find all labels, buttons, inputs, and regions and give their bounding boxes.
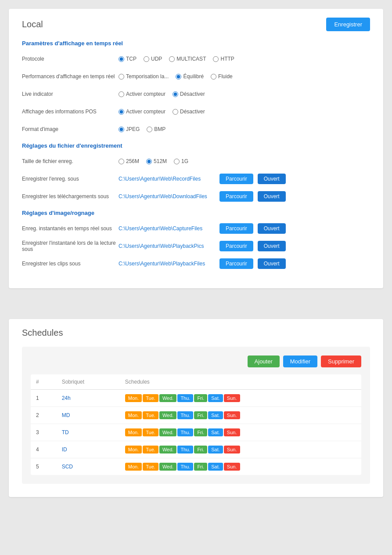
day-badge: Mon. bbox=[125, 394, 142, 402]
row-days: Mon.Tue.Wed.Thu.Fri.Sat.Sun. bbox=[120, 390, 361, 407]
day-badge: Sat. bbox=[208, 446, 223, 453]
table-row[interactable]: 5SCDMon.Tue.Wed.Thu.Fri.Sat.Sun. bbox=[31, 458, 361, 475]
day-badge: Mon. bbox=[125, 411, 142, 419]
local-title: Local bbox=[22, 19, 43, 29]
protocole-tcp[interactable]: TCP bbox=[119, 56, 137, 62]
modifier-button[interactable]: Modifier bbox=[283, 355, 317, 367]
clips-open-button[interactable]: Ouvert bbox=[258, 258, 286, 269]
day-badge: Fri. bbox=[194, 411, 207, 419]
enreg-sous-open-button[interactable]: Ouvert bbox=[258, 174, 286, 184]
save-button[interactable]: Enregistrer bbox=[326, 18, 370, 31]
row-days: Mon.Tue.Wed.Thu.Fri.Sat.Sun. bbox=[120, 424, 361, 441]
schedules-table: # Sobriquet Schedules 124hMon.Tue.Wed.Th… bbox=[31, 374, 361, 475]
instantanes-reel-path-row: C:\Users\Agentur\Web\CaptureFiles Parcou… bbox=[119, 223, 286, 234]
clips-label: Enregistrer les clips sous bbox=[22, 261, 119, 267]
day-badge: Wed. bbox=[159, 446, 176, 453]
taille-256[interactable]: 256M bbox=[119, 158, 139, 164]
day-badge: Wed. bbox=[159, 463, 176, 471]
instantane-lecture-path: C:\Users\Agentur\Web\PlaybackPics bbox=[119, 243, 215, 249]
format-jpeg[interactable]: JPEG bbox=[119, 126, 140, 132]
instantane-lecture-label: Enregistrer l'instantané lors de la lect… bbox=[22, 240, 119, 252]
telechargements-row: Enregistrer les téléchargements sous C:\… bbox=[22, 190, 370, 203]
row-days: Mon.Tue.Wed.Thu.Fri.Sat.Sun. bbox=[120, 407, 361, 424]
taille-row: Taille de fichier enreg. 256M 512M 1G bbox=[22, 155, 370, 167]
row-number: 3 bbox=[31, 424, 57, 441]
day-badge: Tue. bbox=[143, 446, 158, 453]
day-badge: Mon. bbox=[125, 428, 142, 436]
day-badge: Sun. bbox=[224, 446, 240, 453]
affichage-pos-label: Affichage des informations POS bbox=[22, 109, 119, 115]
day-badge: Tue. bbox=[143, 428, 158, 436]
live-indicator-controls: Activer compteur Désactiver bbox=[119, 91, 205, 97]
protocole-multicast[interactable]: MULTICAST bbox=[169, 56, 206, 62]
enreg-sous-path: C:\Users\Agentur\Web\RecordFiles bbox=[119, 176, 215, 182]
instantanes-reel-path: C:\Users\Agentur\Web\CaptureFiles bbox=[119, 225, 215, 232]
row-number: 1 bbox=[31, 390, 57, 407]
row-sobriquet: 24h bbox=[57, 390, 120, 407]
performances-label: Performances d'affichage en temps réel bbox=[22, 73, 119, 80]
day-badge: Tue. bbox=[143, 463, 158, 471]
supprimer-button[interactable]: Supprimer bbox=[321, 355, 361, 367]
instantane-lecture-browse-button[interactable]: Parcourir bbox=[219, 241, 253, 251]
enreg-sous-row: Enregistrer l'enreg. sous C:\Users\Agent… bbox=[22, 173, 370, 185]
day-badge: Tue. bbox=[143, 411, 158, 419]
enreg-sous-path-row: C:\Users\Agentur\Web\RecordFiles Parcour… bbox=[119, 174, 286, 184]
protocole-udp[interactable]: UDP bbox=[144, 56, 162, 62]
row-sobriquet: SCD bbox=[57, 458, 120, 475]
table-row[interactable]: 3TDMon.Tue.Wed.Thu.Fri.Sat.Sun. bbox=[31, 424, 361, 441]
performances-row: Performances d'affichage en temps réel T… bbox=[22, 70, 370, 83]
schedules-card: Schedules Ajouter Modifier Supprimer # S… bbox=[9, 319, 383, 497]
col-number: # bbox=[31, 374, 57, 390]
format-bmp[interactable]: BMP bbox=[147, 126, 165, 132]
instantane-lecture-open-button[interactable]: Ouvert bbox=[258, 241, 286, 251]
telechargements-path-row: C:\Users\Agentur\Web\DownloadFiles Parco… bbox=[119, 191, 286, 202]
protocole-label: Protocole bbox=[22, 56, 119, 62]
image-section-title: Réglages d'image/rognage bbox=[22, 210, 370, 216]
perf-temporisation[interactable]: Temporisation la... bbox=[119, 73, 169, 80]
realtime-section-title: Paramètres d'affichage en temps réel bbox=[22, 40, 370, 47]
clips-path: C:\Users\Agentur\Web\PlaybackFiles bbox=[119, 261, 215, 267]
performances-controls: Temporisation la... Équilibré Fluide bbox=[119, 73, 233, 80]
live-desactiver[interactable]: Désactiver bbox=[173, 91, 205, 97]
row-number: 2 bbox=[31, 407, 57, 424]
live-indicator-label: Live indicator bbox=[22, 91, 119, 97]
taille-512[interactable]: 512M bbox=[146, 158, 167, 164]
day-badge: Sun. bbox=[224, 463, 240, 471]
protocole-http[interactable]: HTTP bbox=[213, 56, 234, 62]
day-badge: Mon. bbox=[125, 463, 142, 471]
perf-fluide[interactable]: Fluide bbox=[211, 73, 233, 80]
pos-activer[interactable]: Activer compteur bbox=[119, 109, 165, 115]
row-days: Mon.Tue.Wed.Thu.Fri.Sat.Sun. bbox=[120, 441, 361, 458]
col-sobriquet: Sobriquet bbox=[57, 374, 120, 390]
schedules-inner: Ajouter Modifier Supprimer # Sobriquet S… bbox=[22, 347, 370, 484]
perf-equilibre[interactable]: Équilibré bbox=[176, 73, 204, 80]
telechargements-open-button[interactable]: Ouvert bbox=[258, 191, 286, 202]
instantanes-reel-browse-button[interactable]: Parcourir bbox=[219, 223, 253, 234]
live-activer[interactable]: Activer compteur bbox=[119, 91, 165, 97]
day-badge: Fri. bbox=[194, 394, 207, 402]
clips-browse-button[interactable]: Parcourir bbox=[219, 258, 253, 269]
table-row[interactable]: 2MDMon.Tue.Wed.Thu.Fri.Sat.Sun. bbox=[31, 407, 361, 424]
instantanes-reel-open-button[interactable]: Ouvert bbox=[258, 223, 286, 234]
table-row[interactable]: 4IDMon.Tue.Wed.Thu.Fri.Sat.Sun. bbox=[31, 441, 361, 458]
protocole-row: Protocole TCP UDP MULTICAST HTTP bbox=[22, 53, 370, 65]
day-badge: Thu. bbox=[177, 394, 193, 402]
schedules-card-header: Schedules bbox=[22, 328, 370, 338]
affichage-pos-row: Affichage des informations POS Activer c… bbox=[22, 105, 370, 118]
table-row[interactable]: 124hMon.Tue.Wed.Thu.Fri.Sat.Sun. bbox=[31, 390, 361, 407]
format-image-controls: JPEG BMP bbox=[119, 126, 165, 132]
enreg-sous-browse-button[interactable]: Parcourir bbox=[219, 174, 253, 184]
spacer bbox=[9, 301, 383, 319]
telechargements-browse-button[interactable]: Parcourir bbox=[219, 191, 253, 202]
instantanes-reel-row: Enreg. instantanés en temps réel sous C:… bbox=[22, 222, 370, 235]
row-sobriquet: TD bbox=[57, 424, 120, 441]
ajouter-button[interactable]: Ajouter bbox=[248, 355, 280, 367]
day-badge: Thu. bbox=[177, 411, 193, 419]
clips-path-row: C:\Users\Agentur\Web\PlaybackFiles Parco… bbox=[119, 258, 286, 269]
day-badge: Sat. bbox=[208, 411, 223, 419]
affichage-pos-controls: Activer compteur Désactiver bbox=[119, 109, 205, 115]
taille-1g[interactable]: 1G bbox=[174, 158, 188, 164]
taille-controls: 256M 512M 1G bbox=[119, 158, 188, 164]
pos-desactiver[interactable]: Désactiver bbox=[173, 109, 205, 115]
day-badge: Wed. bbox=[159, 428, 176, 436]
